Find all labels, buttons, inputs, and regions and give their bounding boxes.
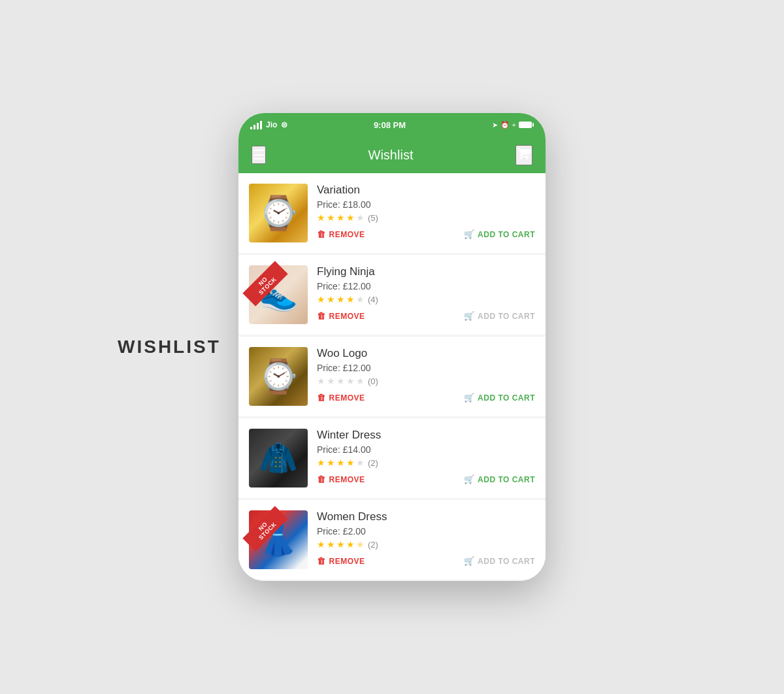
app-header: ☰ Wishlist [238, 137, 546, 173]
item-details-woo-logo: Woo Logo Price: £12.00 ★ ★ ★ ★ ★ (0) REM… [317, 347, 535, 403]
item-name-2: Flying Ninja [317, 265, 535, 278]
status-right: ➤ ⏰ + [492, 121, 534, 129]
item-actions-5: REMOVE ADD TO CART [317, 556, 535, 566]
menu-button[interactable]: ☰ [252, 146, 266, 164]
star-3: ★ [336, 539, 345, 550]
item-price: Price: £18.00 [317, 199, 535, 210]
navigation-icon: ➤ [492, 121, 498, 129]
star-1: ★ [317, 457, 325, 468]
carrier-name: Jio [266, 120, 277, 129]
signal-bar-3 [257, 123, 259, 129]
star-3: ★ [336, 457, 345, 468]
item-stars-5: ★ ★ ★ ★ ★ (2) [317, 539, 535, 550]
item-name-5: Women Dress [317, 510, 535, 523]
star-2: ★ [327, 212, 335, 223]
cart-button[interactable] [515, 145, 532, 165]
signal-bar-2 [253, 125, 255, 129]
item-details-flying-ninja: Flying Ninja Price: £12.00 ★ ★ ★ ★ ★ (4)… [317, 265, 535, 321]
review-count-4: (2) [368, 458, 378, 468]
star-1: ★ [317, 539, 325, 550]
cart-icon [517, 146, 531, 161]
item-image-container-3 [249, 347, 308, 406]
item-actions-4: REMOVE ADD TO CART [317, 474, 535, 484]
add-to-cart-button-winter-dress[interactable]: ADD TO CART [464, 474, 535, 484]
wishlist-item-women-dress: NO STOCK Women Dress Price: £2.00 ★ ★ ★ … [238, 500, 546, 580]
item-stars-3: ★ ★ ★ ★ ★ (0) [317, 376, 535, 386]
item-price-4: Price: £14.00 [317, 444, 535, 455]
add-to-cart-button-woo-logo[interactable]: ADD TO CART [464, 393, 535, 403]
wishlist-item-variation: Variation Price: £18.00 ★ ★ ★ ★ ★ (5) RE… [238, 173, 546, 253]
wifi-icon: ⊜ [281, 120, 287, 129]
remove-button-variation[interactable]: REMOVE [317, 229, 365, 239]
star-4: ★ [346, 376, 355, 386]
item-actions: REMOVE ADD TO CART [317, 229, 535, 239]
star-5: ★ [356, 294, 365, 305]
item-image-watch-gold [249, 184, 308, 242]
star-1: ★ [317, 212, 325, 223]
status-bar: Jio ⊜ 9:08 PM ➤ ⏰ + [238, 113, 546, 137]
item-details-women-dress: Women Dress Price: £2.00 ★ ★ ★ ★ ★ (2) R… [317, 510, 535, 566]
wishlist-item-woo-logo: Woo Logo Price: £12.00 ★ ★ ★ ★ ★ (0) REM… [238, 337, 546, 416]
page-label: WISHLIST [118, 337, 221, 357]
item-details-winter-dress: Winter Dress Price: £14.00 ★ ★ ★ ★ ★ (2)… [317, 429, 535, 484]
star-1: ★ [317, 376, 325, 386]
item-stars-4: ★ ★ ★ ★ ★ (2) [317, 457, 535, 468]
battery-icon [519, 122, 534, 128]
status-left: Jio ⊜ [250, 120, 287, 129]
status-time: 9:08 PM [374, 120, 406, 130]
remove-button-women-dress[interactable]: REMOVE [317, 556, 365, 566]
review-count-3: (0) [368, 376, 378, 386]
item-name: Variation [317, 184, 535, 197]
add-to-cart-button-women-dress: ADD TO CART [464, 556, 535, 566]
star-5: ★ [356, 212, 365, 223]
star-5: ★ [356, 539, 365, 550]
add-to-cart-button-variation[interactable]: ADD TO CART [464, 229, 535, 239]
wishlist-item-flying-ninja: NO STOCK Flying Ninja Price: £12.00 ★ ★ … [238, 255, 546, 335]
item-image-container-5: NO STOCK [249, 510, 308, 569]
alarm-icon: ⏰ [500, 121, 510, 129]
item-name-4: Winter Dress [317, 429, 535, 442]
phone-mockup: Jio ⊜ 9:08 PM ➤ ⏰ + ☰ Wishlist [238, 113, 546, 581]
add-to-cart-button-flying-ninja: ADD TO CART [464, 311, 535, 321]
remove-button-winter-dress[interactable]: REMOVE [317, 474, 365, 484]
star-4: ★ [346, 294, 355, 305]
item-image-container [249, 184, 308, 242]
star-4: ★ [346, 457, 355, 468]
item-actions-3: REMOVE ADD TO CART [317, 393, 535, 403]
item-price-5: Price: £2.00 [317, 526, 535, 537]
signal-bars [250, 120, 262, 129]
review-count-5: (2) [368, 540, 378, 550]
review-count-2: (4) [368, 295, 378, 305]
signal-bar-4 [260, 121, 262, 129]
star-3: ★ [336, 294, 345, 305]
remove-button-woo-logo[interactable]: REMOVE [317, 393, 365, 403]
star-2: ★ [327, 457, 335, 468]
item-stars-2: ★ ★ ★ ★ ★ (4) [317, 294, 535, 305]
item-price-3: Price: £12.00 [317, 363, 535, 373]
item-image-container-4 [249, 429, 308, 487]
item-image-container-2: NO STOCK [249, 265, 308, 324]
star-2: ★ [327, 294, 335, 305]
item-price-2: Price: £12.00 [317, 281, 535, 291]
star-2: ★ [327, 376, 335, 386]
item-image-watch-brown [249, 347, 308, 406]
header-title: Wishlist [368, 148, 414, 163]
star-4: ★ [346, 212, 355, 223]
star-1: ★ [317, 294, 325, 305]
bluetooth-icon: + [512, 121, 516, 129]
item-name-3: Woo Logo [317, 347, 535, 360]
star-2: ★ [327, 539, 335, 550]
star-4: ★ [346, 539, 355, 550]
item-image-jacket [249, 429, 308, 487]
star-5: ★ [356, 457, 365, 468]
review-count: (5) [368, 213, 378, 223]
wishlist-item-winter-dress: Winter Dress Price: £14.00 ★ ★ ★ ★ ★ (2)… [238, 418, 546, 498]
star-3: ★ [336, 212, 345, 223]
star-3: ★ [336, 376, 345, 386]
item-actions-2: REMOVE ADD TO CART [317, 311, 535, 321]
item-details-variation: Variation Price: £18.00 ★ ★ ★ ★ ★ (5) RE… [317, 184, 535, 239]
star-5: ★ [356, 376, 365, 386]
remove-button-flying-ninja[interactable]: REMOVE [317, 311, 365, 321]
item-stars: ★ ★ ★ ★ ★ (5) [317, 212, 535, 223]
wishlist-container: Variation Price: £18.00 ★ ★ ★ ★ ★ (5) RE… [238, 173, 546, 581]
